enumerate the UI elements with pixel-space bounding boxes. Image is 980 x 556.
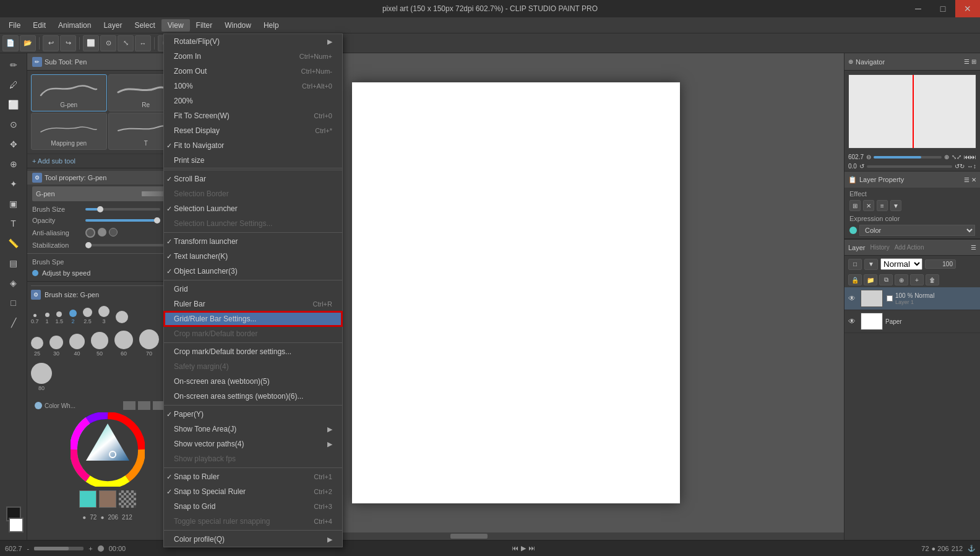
dropdown-zoom-out[interactable]: Zoom Out Ctrl+Num- xyxy=(164,64,342,79)
color-swatch-btn[interactable] xyxy=(138,401,150,410)
layer-copy-btn[interactable]: ⧉ xyxy=(879,274,893,285)
layer-arrow-btn[interactable]: ▼ xyxy=(864,259,878,270)
playback-prev[interactable]: ⏮ xyxy=(512,544,518,552)
tool-text[interactable]: T xyxy=(3,214,24,233)
antialias-circle-2[interactable] xyxy=(109,228,118,237)
layer-lock-btn[interactable]: 🔒 xyxy=(848,274,862,285)
maximize-button[interactable]: □ xyxy=(931,0,955,17)
playback-play[interactable]: ▶ xyxy=(521,544,526,552)
dropdown-onscreen-settings[interactable]: On-screen area settings (webtoon)(6)... xyxy=(164,389,342,404)
dropdown-scroll-bar[interactable]: ✓ Scroll Bar xyxy=(164,172,342,186)
brush-size-3[interactable]: 3 xyxy=(98,306,110,324)
antialias-toggle[interactable] xyxy=(85,228,95,238)
dropdown-grid-ruler-settings[interactable]: Grid/Ruler Bar Settings... xyxy=(164,311,342,326)
tool-select[interactable]: ⊙ xyxy=(3,115,24,134)
background-color[interactable] xyxy=(9,518,24,532)
brush-size-70[interactable]: 70 xyxy=(139,329,159,357)
menu-file[interactable]: File xyxy=(2,19,27,32)
brush-size-extra[interactable] xyxy=(116,311,128,324)
layer-paper-eye[interactable]: 👁 xyxy=(848,317,856,326)
nav-rotate-icon[interactable]: ↺ xyxy=(859,163,864,170)
menu-select[interactable]: Select xyxy=(128,19,161,32)
dropdown-text-launcher[interactable]: ✓ Text launcher(K) xyxy=(164,249,342,264)
toolbar-flip[interactable]: ↔ xyxy=(135,35,151,51)
toolbar-open[interactable]: 📂 xyxy=(20,35,36,51)
menu-edit[interactable]: Edit xyxy=(27,19,52,32)
minimize-button[interactable]: ─ xyxy=(906,0,931,17)
status-zoom-minus[interactable]: - xyxy=(27,545,30,552)
effect-btn-4[interactable]: ▼ xyxy=(890,200,901,211)
layer-blend-mode-select[interactable]: Normal Multiply Screen Overlay xyxy=(880,258,922,270)
nav-zoom-plus[interactable]: ⊕ xyxy=(944,154,949,160)
dropdown-fit-screen[interactable]: Fit To Screen(W) Ctrl+0 xyxy=(164,108,342,123)
dropdown-200pct[interactable]: 200% xyxy=(164,93,342,108)
layer-1-eye[interactable]: 👁 xyxy=(848,294,856,303)
brush-size-1[interactable]: 1 xyxy=(45,313,49,324)
dropdown-snap-special[interactable]: ✓ Snap to Special Ruler Ctrl+2 xyxy=(164,484,342,499)
color-gradient-btn[interactable] xyxy=(123,401,135,410)
menu-layer[interactable]: Layer xyxy=(97,19,128,32)
nav-zoom-slider[interactable] xyxy=(874,156,942,159)
dropdown-transform-launcher[interactable]: ✓ Transform launcher xyxy=(164,234,342,249)
brush-size-30[interactable]: 30 xyxy=(49,336,63,357)
opacity-slider[interactable] xyxy=(85,219,160,222)
drawing-canvas[interactable] xyxy=(352,82,680,503)
antialias-circle-1[interactable] xyxy=(98,228,106,237)
layer-folder-btn[interactable]: 📁 xyxy=(864,274,877,285)
layer-prop-close[interactable]: ✕ xyxy=(971,176,976,183)
pen-tool-mapping[interactable]: Mapping pen xyxy=(31,113,107,150)
dropdown-onscreen-area[interactable]: On-screen area (webtoon)(5) xyxy=(164,374,342,389)
dropdown-paper[interactable]: ✓ Paper(Y) xyxy=(164,407,342,422)
tool-ruler[interactable]: 📏 xyxy=(3,234,24,253)
dropdown-print-size[interactable]: Print size xyxy=(164,153,342,168)
nav-zoom-btns[interactable]: ⤡⤢ xyxy=(952,154,961,160)
layer-row-paper[interactable]: 👁 Paper xyxy=(845,310,980,333)
color-wheel[interactable] xyxy=(71,412,145,487)
dropdown-reset-display[interactable]: Reset Display Ctrl+* xyxy=(164,123,342,138)
layer-delete-btn[interactable]: 🗑 xyxy=(926,274,939,285)
nav-zoom-minus[interactable]: ⊖ xyxy=(866,154,871,160)
brush-size-80[interactable]: 80 xyxy=(31,363,52,391)
menu-filter[interactable]: Filter xyxy=(190,19,219,32)
tool-shape[interactable]: □ xyxy=(3,293,24,312)
nav-mirror-btns[interactable]: ↔↕ xyxy=(967,163,976,170)
nav-extra-btns[interactable]: ⏮⏭ xyxy=(964,154,976,160)
dropdown-show-vector[interactable]: Show vector paths(4) ▶ xyxy=(164,437,342,451)
close-button[interactable]: ✕ xyxy=(955,0,980,17)
effect-btn-1[interactable]: ⊞ xyxy=(849,200,861,211)
status-zoom-slider[interactable] xyxy=(34,547,84,550)
layer-menu-btn[interactable]: ☰ xyxy=(971,244,976,251)
toolbar-redo[interactable]: ↪ xyxy=(60,35,76,51)
toolbar-new[interactable]: 📄 xyxy=(2,35,19,51)
playback-next[interactable]: ⏭ xyxy=(528,544,535,552)
toolbar-transform[interactable]: ⤡ xyxy=(118,35,134,51)
tool-eyedropper[interactable]: ✦ xyxy=(3,175,24,193)
layer-history-btn[interactable]: History xyxy=(870,244,890,251)
brush-size-1.5[interactable]: 1.5 xyxy=(56,311,64,324)
toolbar-select-rect[interactable]: ⬜ xyxy=(83,35,99,51)
tool-line[interactable]: ╱ xyxy=(3,313,24,332)
dropdown-snap-ruler[interactable]: ✓ Snap to Ruler Ctrl+1 xyxy=(164,469,342,484)
brush-size-slider[interactable] xyxy=(85,208,160,211)
toolbar-select-lasso[interactable]: ⊙ xyxy=(100,35,116,51)
menu-help[interactable]: Help xyxy=(257,19,285,32)
brush-size-60[interactable]: 60 xyxy=(114,331,133,357)
tool-eraser[interactable]: ⬜ xyxy=(3,95,24,114)
dropdown-ruler-bar[interactable]: Ruler Bar Ctrl+R xyxy=(164,297,342,311)
dropdown-color-profile[interactable]: Color profile(Q) ▶ xyxy=(164,532,342,547)
brush-size-2.5[interactable]: 2.5 xyxy=(83,308,92,324)
dropdown-show-tone[interactable]: Show Tone Area(J) ▶ xyxy=(164,422,342,437)
swatch-teal[interactable] xyxy=(79,490,97,508)
dropdown-snap-grid[interactable]: Snap to Grid Ctrl+3 xyxy=(164,499,342,514)
brush-size-50[interactable]: 50 xyxy=(91,332,108,357)
nav-rotate-slider[interactable] xyxy=(867,165,952,168)
nav-rotate-btns[interactable]: ↺↻ xyxy=(955,163,965,170)
tool-pen[interactable]: ✏ xyxy=(3,56,24,74)
brush-size-2[interactable]: 2 xyxy=(69,310,77,324)
dropdown-selection-launcher[interactable]: ✓ Selection Launcher xyxy=(164,201,342,216)
canvas-hscroll-thumb[interactable] xyxy=(450,534,488,539)
brush-size-40[interactable]: 40 xyxy=(69,334,85,357)
dropdown-object-launcher[interactable]: ✓ Object Launcher(3) xyxy=(164,264,342,279)
layer-visibility-btn[interactable]: □ xyxy=(848,259,862,270)
dropdown-zoom-in[interactable]: Zoom In Ctrl+Num+ xyxy=(164,49,342,64)
